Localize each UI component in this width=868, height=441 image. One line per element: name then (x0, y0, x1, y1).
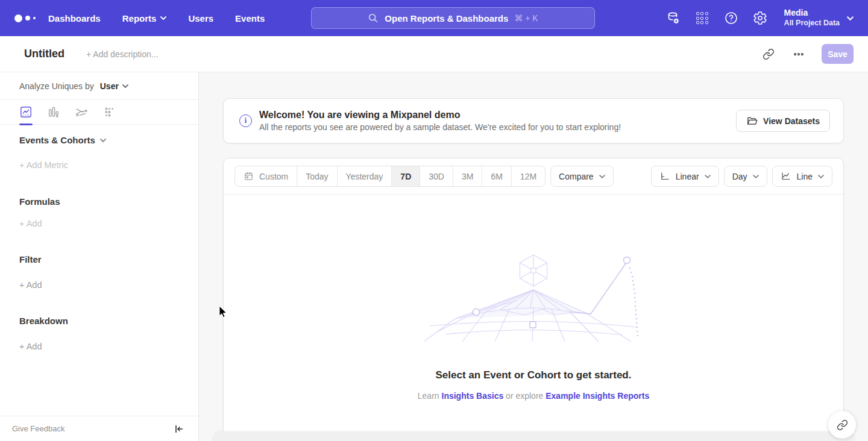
chevron-down-icon (753, 175, 759, 178)
analyze-by-dropdown[interactable]: User (100, 81, 128, 91)
scale-dropdown[interactable]: Linear (651, 166, 719, 187)
linear-axis-icon (659, 171, 670, 182)
events-cohorts-section[interactable]: Events & Cohorts (19, 135, 106, 145)
nav-label: Events (235, 13, 265, 23)
report-title[interactable]: Untitled (24, 48, 64, 60)
range-6m[interactable]: 6M (482, 166, 511, 186)
project-scope: All Project Data (784, 19, 840, 28)
search-icon (368, 13, 379, 23)
chart-style-dropdown[interactable]: Line (772, 166, 832, 187)
tab-bar-chart[interactable] (47, 100, 60, 125)
range-label: 12M (520, 172, 536, 181)
empty-state-links: Learn Insights Basics or explore Example… (418, 391, 649, 401)
learn-prefix: Learn (418, 391, 439, 401)
scale-label: Linear (676, 172, 699, 181)
global-search-button[interactable]: Open Reports & Dashboards ⌘ + K (311, 7, 595, 29)
chevron-down-icon (847, 16, 854, 20)
empty-state-title: Select an Event or Cohort to get started… (436, 369, 632, 381)
project-name: Media (784, 8, 840, 19)
nav-dashboards[interactable]: Dashboards (48, 13, 101, 23)
main-panel: i Welcome! You are viewing a Mixpanel de… (199, 72, 868, 441)
range-3m[interactable]: 3M (453, 166, 482, 186)
insights-basics-link[interactable]: Insights Basics (442, 391, 504, 401)
empty-state-illustration (419, 252, 648, 343)
navbar-right: Media All Project Data (666, 0, 854, 36)
next-section-edge[interactable] (212, 431, 855, 441)
nav-label: Dashboards (48, 13, 101, 23)
compare-dropdown[interactable]: Compare (550, 166, 614, 187)
example-reports-link[interactable]: Example Insights Reports (546, 391, 649, 401)
mixpanel-logo[interactable] (14, 14, 41, 22)
logo-dot (25, 16, 30, 20)
nav-reports[interactable]: Reports (122, 13, 167, 23)
range-label: Yesterday (346, 172, 383, 181)
range-label: Today (306, 172, 328, 181)
tab-line-chart[interactable] (19, 100, 33, 125)
breakdown-section-label: Breakdown (19, 316, 68, 326)
chart-type-tabs (0, 100, 198, 125)
add-description-field[interactable]: + Add description... (86, 49, 158, 59)
interval-label: Day (732, 172, 747, 181)
report-header: Untitled + Add description... Save (0, 36, 868, 72)
primary-nav: Dashboards Reports Users Events (48, 13, 265, 23)
range-label: 6M (491, 172, 502, 181)
copy-link-icon[interactable] (761, 47, 776, 61)
more-options-icon[interactable] (791, 47, 806, 61)
chart-style-label: Line (797, 172, 813, 181)
range-12m[interactable]: 12M (511, 166, 545, 186)
logo-dot (14, 14, 22, 22)
range-custom[interactable]: Custom (235, 166, 297, 186)
settings-gear-icon[interactable] (753, 11, 767, 25)
welcome-banner: i Welcome! You are viewing a Mixpanel de… (223, 98, 844, 143)
query-builder-sidebar: Analyze Uniques by User Events & Cohorts (0, 72, 199, 441)
top-navbar: Dashboards Reports Users Events Open Rep… (0, 0, 868, 36)
empty-state: Select an Event or Cohort to get started… (224, 195, 843, 401)
banner-title: Welcome! You are viewing a Mixpanel demo (259, 110, 621, 120)
date-range-segmented-control: Custom Today Yesterday 7D 30D 3M 6M 12M (234, 166, 546, 187)
chevron-down-icon (818, 175, 824, 178)
add-metric-button[interactable]: + Add Metric (19, 160, 68, 170)
apps-grid-icon[interactable] (695, 11, 709, 25)
share-link-fab[interactable] (828, 411, 856, 439)
collapse-sidebar-icon[interactable] (174, 424, 184, 434)
nav-label: Users (188, 13, 213, 23)
tab-flow-chart[interactable] (75, 100, 88, 125)
content-area: Analyze Uniques by User Events & Cohorts (0, 72, 868, 441)
middle-text: or explore (506, 391, 543, 401)
range-label: 30D (429, 172, 444, 181)
range-label: 7D (400, 172, 411, 181)
data-management-icon[interactable] (666, 11, 681, 25)
chevron-down-icon (599, 175, 605, 178)
insights-chart-card: Custom Today Yesterday 7D 30D 3M 6M 12M … (223, 158, 844, 441)
filter-section-label: Filter (19, 254, 42, 264)
chart-toolbar: Custom Today Yesterday 7D 30D 3M 6M 12M … (224, 158, 843, 195)
range-today[interactable]: Today (297, 166, 336, 186)
add-breakdown-button[interactable]: + Add (19, 342, 42, 351)
tab-metric-grid[interactable] (102, 100, 116, 125)
nav-label: Reports (122, 13, 157, 23)
nav-users[interactable]: Users (188, 13, 213, 23)
banner-subtitle: All the reports you see are powered by a… (259, 122, 621, 132)
events-cohorts-label: Events & Cohorts (19, 135, 95, 145)
nav-events[interactable]: Events (235, 13, 265, 23)
search-placeholder: Open Reports & Dashboards (385, 13, 508, 23)
give-feedback-link[interactable]: Give Feedback (12, 424, 64, 433)
interval-dropdown[interactable]: Day (724, 166, 767, 187)
add-formula-button[interactable]: + Add (19, 219, 42, 228)
help-icon[interactable] (724, 11, 738, 25)
analyze-label: Analyze Uniques by (19, 81, 94, 91)
range-yesterday[interactable]: Yesterday (337, 166, 392, 186)
chevron-down-icon (705, 175, 711, 178)
range-30d[interactable]: 30D (420, 166, 453, 186)
project-selector[interactable]: Media All Project Data (784, 8, 854, 28)
calendar-icon (244, 171, 254, 181)
search-shortcut: ⌘ + K (514, 13, 538, 23)
chevron-down-icon (100, 139, 106, 142)
save-button[interactable]: Save (822, 44, 854, 64)
report-header-actions: Save (761, 44, 854, 64)
add-filter-button[interactable]: + Add (19, 280, 42, 290)
folder-icon (746, 115, 758, 127)
view-datasets-button[interactable]: View Datasets (736, 110, 830, 132)
range-7d[interactable]: 7D (391, 166, 420, 186)
chevron-down-icon (160, 16, 166, 20)
